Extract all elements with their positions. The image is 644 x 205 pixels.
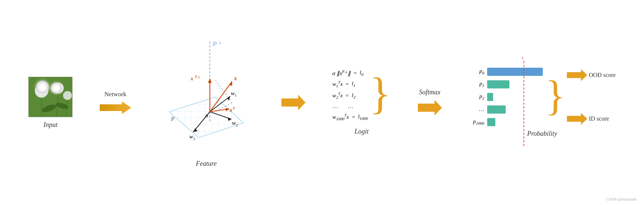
- svg-text:P: P: [233, 106, 235, 110]
- watermark: CSDN @ismiaodh: [606, 197, 637, 201]
- logit-rhs-1: l1: [352, 81, 356, 88]
- prob-bar-0: [487, 68, 543, 76]
- logit-brace: }: [369, 75, 391, 112]
- input-section: Input: [28, 77, 73, 129]
- ood-score-label: OOD score: [589, 72, 615, 78]
- svg-marker-54: [567, 113, 587, 125]
- logit-lhs-1: w1Tx: [332, 80, 343, 88]
- probability-section: τ p0 p1 p2: [469, 68, 616, 138]
- svg-marker-44: [208, 78, 212, 83]
- logit-rhs-1000: l1000: [358, 114, 368, 121]
- svg-text:⊥: ⊥: [218, 40, 222, 45]
- prob-row-dots: …: [469, 105, 543, 114]
- logit-row-1000: w1000Tx = l1000: [332, 113, 368, 121]
- prob-row-2: p2: [469, 93, 543, 101]
- svg-text:x: x: [229, 107, 232, 113]
- tau-label: τ: [522, 55, 524, 61]
- svg-marker-19: [100, 101, 131, 114]
- network-arrow-section: Network: [100, 91, 131, 115]
- logit-lhs-2: w2Tx: [332, 92, 343, 100]
- id-score-label: ID score: [589, 115, 609, 122]
- prob-label-1: p1: [469, 81, 484, 88]
- prob-label-1000: p1000: [469, 118, 484, 125]
- logit-lhs-1000: w1000Tx: [332, 113, 349, 121]
- svg-line-13: [54, 84, 62, 92]
- main-container: Input Network: [0, 0, 644, 205]
- logit-row-0: α ‖xP⊥‖ = l0: [332, 70, 368, 77]
- svg-text:P⊥: P⊥: [195, 74, 201, 79]
- logit-eq-0: =: [354, 70, 357, 76]
- logit-eq-1000: =: [352, 114, 355, 120]
- prob-label-0: p0: [469, 68, 484, 75]
- to-logit-arrow-icon: [281, 93, 306, 112]
- svg-text:1: 1: [235, 93, 237, 97]
- svg-marker-51: [281, 95, 306, 110]
- logit-eq-2: =: [346, 93, 349, 99]
- logit-row-2: w2Tx = l2: [332, 92, 368, 100]
- prob-bar-2: [487, 93, 493, 101]
- softmax-label: Softmax: [419, 88, 440, 96]
- svg-point-9: [55, 84, 62, 92]
- svg-line-12: [54, 84, 62, 92]
- logit-lhs-0: α ‖xP⊥‖: [332, 70, 350, 77]
- id-score-row: ID score: [567, 112, 615, 126]
- ood-score-row: OOD score: [567, 68, 615, 82]
- prob-bar-dots: [487, 105, 506, 114]
- prob-brace: }: [545, 78, 565, 114]
- svg-text:x: x: [234, 75, 237, 81]
- ood-arrow-icon: [567, 68, 587, 82]
- prob-rows: τ p0 p1 p2: [469, 68, 543, 126]
- svg-text:P: P: [212, 40, 217, 47]
- prob-label-dots: …: [469, 106, 484, 112]
- id-arrow-icon: [567, 112, 587, 126]
- logit-rhs-2: l2: [352, 92, 356, 99]
- softmax-arrow-icon: [418, 98, 442, 117]
- logit-rhs-dots: …: [348, 103, 353, 110]
- feature-section: P ⊥ o w 1 w 2 w 3 x P: [158, 38, 254, 168]
- prob-row-1000: p1000: [469, 118, 543, 126]
- svg-point-15: [63, 91, 72, 100]
- feature-diagram: P ⊥ o w 1 w 2 w 3 x P: [158, 38, 254, 156]
- logit-lhs-dots: …: [332, 103, 338, 110]
- score-labels: OOD score ID score: [567, 68, 615, 126]
- score-section: } OOD score ID score: [545, 68, 616, 126]
- prob-bar-1: [487, 80, 509, 88]
- logit-eq-1: =: [346, 81, 349, 87]
- logit-label: Logit: [354, 128, 369, 135]
- network-arrow-icon: [100, 101, 131, 115]
- svg-text:P: P: [171, 116, 175, 122]
- input-image: [28, 77, 73, 117]
- logit-rhs-0: l0: [360, 70, 363, 77]
- feature-label: Feature: [196, 160, 217, 168]
- prob-label-2: p2: [469, 93, 484, 100]
- svg-marker-52: [418, 100, 442, 115]
- prob-row-1: p1: [469, 80, 543, 88]
- svg-text:2: 2: [236, 123, 238, 127]
- softmax-arrow-section: Softmax: [418, 88, 442, 117]
- network-label: Network: [105, 91, 126, 98]
- prob-row-0: p0: [469, 68, 543, 76]
- logit-row-dots: … = …: [332, 103, 368, 110]
- prob-bar-1000: [487, 118, 495, 126]
- probability-label: Probability: [527, 130, 557, 138]
- logit-section: α ‖xP⊥‖ = l0 w1Tx = l1 w2Tx: [332, 70, 391, 135]
- svg-text:3: 3: [193, 137, 195, 141]
- to-logit-arrow: [281, 93, 306, 112]
- logit-rows: α ‖xP⊥‖ = l0 w1Tx = l1 w2Tx: [332, 70, 368, 121]
- logit-row-1: w1Tx = l1: [332, 80, 368, 88]
- svg-text:x: x: [190, 76, 193, 81]
- svg-marker-53: [567, 69, 587, 81]
- input-label: Input: [43, 121, 57, 129]
